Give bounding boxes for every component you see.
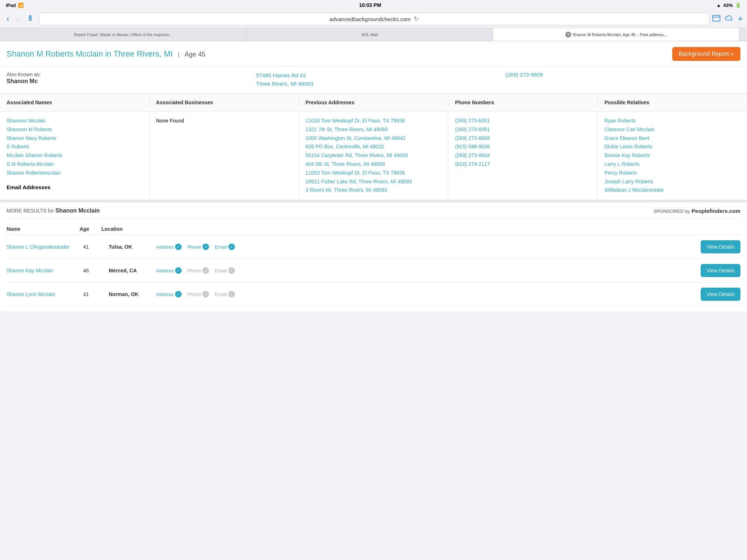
forward-button[interactable]: › bbox=[14, 13, 21, 24]
result-age-1: 46 bbox=[83, 268, 105, 273]
table-body: Shannon McclainShannon M RobertsShanon M… bbox=[0, 112, 747, 200]
more-for-prefix: MORE RESULTS for bbox=[7, 208, 54, 214]
tab-close-button[interactable]: ✕ bbox=[565, 32, 571, 38]
th-businesses: Associated Businesses bbox=[150, 97, 299, 108]
back-button[interactable]: ‹ bbox=[4, 13, 11, 24]
result-tags-0: Address ✓ Phone ✓ Email ✓ bbox=[156, 244, 697, 250]
address-tag-1: Address ✓ bbox=[156, 267, 182, 274]
tabs-button[interactable] bbox=[712, 15, 720, 23]
businesses-none: None Found bbox=[156, 118, 184, 124]
tab-shanon[interactable]: ✕ Shanon M Roberts Mcclain, Age 45 – Fre… bbox=[493, 28, 740, 41]
previous-address[interactable]: 11033 Tom Weiskopf Dr, El Paso, TX 79936 bbox=[306, 117, 442, 125]
possible-relative[interactable]: Grace Eleanor Bent bbox=[604, 134, 740, 143]
previous-address[interactable]: 1005 Washington St, Constantine, MI 4904… bbox=[306, 134, 442, 143]
svg-rect-1 bbox=[713, 15, 720, 21]
reload-button[interactable]: ↻ bbox=[414, 15, 419, 23]
url-text: advancedbackgroundchecks.com bbox=[329, 16, 411, 22]
phone-number[interactable]: (269) 273-8609 bbox=[506, 71, 740, 78]
previous-address[interactable]: 3 Rivers Mi, Three Rivers, MI 49093 bbox=[306, 186, 442, 195]
previous-address[interactable]: 56154 Carpenter Rd, Three Rivers, MI 490… bbox=[306, 151, 442, 160]
phone-number[interactable]: (269) 273-8609 bbox=[455, 134, 591, 143]
possible-relative[interactable]: Dickie Lewis Roberts bbox=[604, 143, 740, 151]
possible-relative[interactable]: Bonnie Kay Roberts bbox=[604, 151, 740, 160]
also-known-label: Also known as: bbox=[7, 71, 241, 77]
associated-name[interactable]: S M Roberts-Mcclain bbox=[7, 160, 143, 169]
phone-tag-1: Phone ✓ bbox=[187, 267, 209, 274]
results-rows: Shanon L Clinganalexander 41 Tulsa, OK A… bbox=[7, 235, 740, 306]
tab-shanon-label: Shanon M Roberts Mcclain, Age 45 – Free … bbox=[573, 32, 667, 37]
phone-tag-0: Phone ✓ bbox=[187, 244, 209, 250]
previous-address[interactable]: 1321 7th St, Three Rivers, MI 49093 bbox=[306, 125, 442, 134]
previous-address[interactable]: 826 PO Box, Centreville, MI 49032 bbox=[306, 143, 442, 151]
age-text: Age 45 bbox=[185, 51, 205, 58]
also-known-col: Also known as: Shanon Mc bbox=[7, 71, 241, 88]
background-report-button[interactable]: Background Report » bbox=[672, 47, 740, 61]
possible-relative[interactable]: Larry L Roberts bbox=[604, 160, 740, 169]
phone-number[interactable]: (915) 598-9039 bbox=[455, 143, 591, 151]
phone-tag-2: Phone ✓ bbox=[187, 291, 209, 298]
add-tab-button[interactable]: + bbox=[738, 14, 743, 24]
phone-number[interactable]: (269) 273-9504 bbox=[455, 151, 591, 160]
tab-bar: Report Fraud, Waste or Abuse | Office of… bbox=[0, 28, 747, 41]
result-row: Shanon Lynn Mcclain 41 Norman, OK Addres… bbox=[7, 283, 740, 306]
table-headers: Associated Names Associated Businesses P… bbox=[0, 94, 747, 112]
tab-aol[interactable]: AOL Mail bbox=[247, 28, 493, 41]
share-button[interactable] bbox=[24, 14, 36, 24]
result-location-0: Tulsa, OK bbox=[109, 244, 152, 250]
email-label-1: Email bbox=[215, 268, 227, 273]
possible-relative[interactable]: Percy Roberts bbox=[604, 169, 740, 178]
result-location-2: Norman, OK bbox=[109, 291, 152, 297]
associated-name[interactable]: Shannon M Roberts bbox=[7, 125, 143, 134]
battery-pct: 43% bbox=[723, 3, 733, 8]
associated-name[interactable]: Mcclain Shanon Roberts bbox=[7, 151, 143, 160]
possible-relative[interactable]: Ryan Roberts bbox=[604, 117, 740, 125]
possible-relative[interactable]: Willadean J Mcclainestate bbox=[604, 186, 740, 195]
possible-relative[interactable]: Joseph Larry Roberts bbox=[604, 178, 740, 186]
phone-number[interactable]: (269) 273-6051 bbox=[455, 125, 591, 134]
result-name-2[interactable]: Shanon Lynn Mcclain bbox=[7, 291, 80, 297]
phone-number[interactable]: (616) 279-2117 bbox=[455, 160, 591, 169]
associated-name[interactable]: Shanon Robertsmcclain bbox=[7, 169, 143, 178]
previous-address[interactable]: 404 5th St, Three Rivers, MI 49093 bbox=[306, 160, 442, 169]
share-icon bbox=[27, 15, 34, 22]
phone-number[interactable]: (269) 273-6051 bbox=[455, 117, 591, 125]
phone-label-0: Phone bbox=[187, 244, 201, 250]
address-label-1: Address bbox=[156, 268, 174, 273]
location-icon: ▲ bbox=[716, 3, 721, 8]
address-line2[interactable]: Three Rivers, MI 49093 bbox=[256, 80, 491, 88]
email-label-2: Email bbox=[215, 292, 227, 297]
phone-label-2: Phone bbox=[187, 292, 201, 297]
address-line1[interactable]: 57485 Haines Rd #2 bbox=[256, 71, 491, 80]
nav-bar: ‹ › advancedbackgroundchecks.com ↻ + bbox=[0, 10, 747, 28]
view-details-button-1[interactable]: View Details bbox=[701, 264, 740, 277]
address-col: 57485 Haines Rd #2 Three Rivers, MI 4909… bbox=[256, 71, 491, 88]
cloud-button[interactable] bbox=[725, 15, 734, 23]
carrier-label: iPad bbox=[6, 3, 16, 8]
tabs-icon bbox=[712, 15, 720, 22]
tab-fraud[interactable]: Report Fraud, Waste or Abuse | Office of… bbox=[0, 28, 247, 41]
view-details-button-2[interactable]: View Details bbox=[701, 288, 740, 301]
previous-address[interactable]: 18921 Fisher Lake Rd, Three Rivers, MI 4… bbox=[306, 178, 442, 186]
view-details-button-0[interactable]: View Details bbox=[701, 240, 740, 253]
result-name-1[interactable]: Shanon Kay Mcclain bbox=[7, 268, 80, 273]
person-name-area: Shanon M Roberts Mcclain in Three Rivers… bbox=[7, 49, 205, 59]
age-divider: | bbox=[178, 51, 179, 58]
associated-name[interactable]: S Roberts bbox=[7, 143, 143, 151]
address-check-0: ✓ bbox=[175, 244, 182, 250]
address-tag-2: Address ✓ bbox=[156, 291, 182, 298]
url-bar[interactable]: advancedbackgroundchecks.com ↻ bbox=[39, 12, 709, 26]
th-phones: Phone Numbers bbox=[448, 97, 598, 108]
previous-address[interactable]: 11053 Tom Weiskopf Dr, El Paso, TX 79936 bbox=[306, 169, 442, 178]
col-age: Age bbox=[80, 226, 101, 232]
associated-name[interactable]: Shannon Mcclain bbox=[7, 117, 143, 125]
cloud-icon bbox=[725, 15, 734, 22]
status-right: ▲ 43% 🔋 bbox=[716, 2, 741, 8]
associated-name[interactable]: Shanon Mary Roberts bbox=[7, 134, 143, 143]
possible-relative[interactable]: Clarence Carl Mcclain bbox=[604, 125, 740, 134]
phone-check-1: ✓ bbox=[202, 267, 209, 274]
td-names: Shannon McclainShannon M RobertsShanon M… bbox=[0, 112, 150, 200]
result-name-0[interactable]: Shanon L Clinganalexander bbox=[7, 244, 80, 250]
address-check-2: ✓ bbox=[175, 291, 182, 298]
address-check-1: ✓ bbox=[175, 267, 182, 274]
result-age-2: 41 bbox=[83, 291, 105, 297]
